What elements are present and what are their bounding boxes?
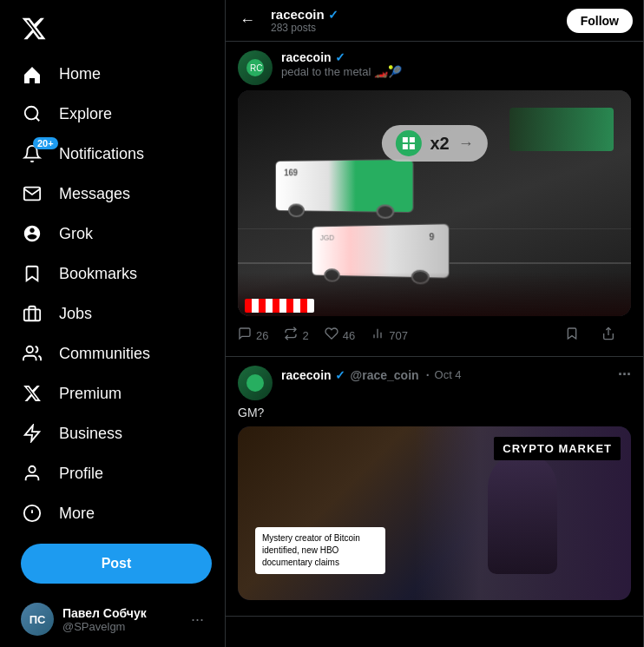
nav-label-messages: Messages — [59, 185, 130, 203]
tweet-2-image: CRYPTO MARKET Mystery creator of Bitcoin… — [238, 426, 631, 600]
multiplier-value: x2 — [430, 134, 449, 154]
x-logo-icon — [21, 16, 47, 42]
top-bar-info: racecoin ✓ 283 posts — [271, 7, 555, 34]
grok-icon — [21, 222, 43, 245]
nav-label-communities: Communities — [59, 345, 150, 363]
retweet-count-1: 2 — [302, 329, 308, 342]
nav-item-notifications[interactable]: 20+ Notifications — [10, 134, 214, 174]
nav-item-messages[interactable]: Messages — [10, 174, 214, 214]
tweet-1-header: RC racecoin ✓ pedal to the metal 🏎️🎾 — [238, 50, 631, 85]
retweet-button-1[interactable]: 2 — [284, 323, 317, 347]
main-content: ← racecoin ✓ 283 posts Follow RC racecoi… — [226, 0, 644, 647]
nav-item-jobs[interactable]: Jobs — [10, 294, 214, 333]
grid-icon — [401, 136, 415, 150]
tweet-1-image: x2 → 169 9 JGD — [238, 90, 631, 316]
bookmark-button-1[interactable] — [565, 323, 588, 347]
back-button[interactable]: ← — [236, 8, 259, 33]
tweet-1-name-row: racecoin ✓ — [281, 50, 631, 64]
nav-item-premium[interactable]: Premium — [10, 373, 214, 413]
nav-label-home: Home — [59, 65, 101, 83]
wheel-tr — [377, 204, 395, 219]
notifications-badge: 20+ — [33, 137, 58, 149]
views-count-1: 707 — [389, 329, 408, 342]
background-car — [509, 108, 614, 151]
like-icon-1 — [325, 327, 338, 344]
tweet-2-date: Oct 4 — [435, 368, 462, 381]
nav-label-grok: Grok — [59, 225, 93, 243]
tweet-1-avatar[interactable]: RC — [238, 50, 273, 85]
nav-item-explore[interactable]: Explore — [10, 94, 214, 134]
post-button[interactable]: Post — [21, 544, 212, 584]
barrier-area — [238, 273, 631, 316]
views-icon-1 — [371, 327, 384, 344]
nav-item-profile[interactable]: Profile — [10, 453, 214, 493]
reply-count-1: 26 — [256, 329, 268, 342]
tweet-2-handle: @race_coin — [351, 368, 419, 382]
nav-item-home[interactable]: Home — [10, 54, 214, 94]
car-number-bottom: 9 — [429, 232, 434, 242]
nav-label-business: Business — [59, 425, 122, 443]
svg-marker-3 — [25, 426, 40, 441]
share-button-1[interactable] — [601, 323, 624, 347]
x-logo[interactable] — [10, 7, 214, 50]
share-icon-1 — [601, 327, 615, 344]
top-bar: ← racecoin ✓ 283 posts Follow — [226, 0, 643, 42]
views-button-1[interactable]: 707 — [371, 323, 417, 347]
user-info: Павел Собчук @SPavelgm — [62, 606, 182, 633]
avatar-initials: ПС — [30, 613, 46, 626]
tweet-2-dot: · — [426, 368, 430, 382]
bitcoin-news-card: Mystery creator of Bitcoin identified, n… — [255, 527, 385, 574]
nav-label-premium: Premium — [59, 385, 122, 403]
reply-button-1[interactable]: 26 — [238, 323, 277, 347]
multiplier-arrow: → — [458, 135, 474, 153]
like-button-1[interactable]: 46 — [325, 323, 364, 347]
svg-point-2 — [27, 347, 33, 353]
nav-item-communities[interactable]: Communities — [10, 333, 214, 373]
more-icon — [21, 502, 43, 525]
user-more-button[interactable]: ··· — [191, 611, 204, 629]
nav-item-bookmarks[interactable]: Bookmarks — [10, 254, 214, 294]
car-brand-bottom: JGD — [320, 234, 334, 242]
nav-label-more: More — [59, 505, 95, 523]
svg-rect-1 — [24, 309, 40, 320]
svg-point-0 — [25, 107, 38, 120]
top-bar-post-count: 283 posts — [271, 22, 555, 34]
person-silhouette — [488, 452, 557, 574]
home-icon — [21, 63, 43, 85]
nav-item-grok[interactable]: Grok — [10, 214, 214, 254]
follow-button[interactable]: Follow — [567, 9, 633, 33]
car-number-top: 169 — [284, 168, 298, 177]
messages-icon — [21, 182, 43, 205]
user-display-name: Павел Собчук — [62, 606, 182, 620]
tweet-2-meta: racecoin ✓ @race_coin · Oct 4 ··· — [281, 366, 631, 384]
tweet-1: RC racecoin ✓ pedal to the metal 🏎️🎾 — [226, 42, 643, 357]
tweet-1-preview-text: pedal to the metal — [281, 65, 371, 78]
nav-label-notifications: Notifications — [59, 145, 144, 163]
tweet-2-avatar[interactable] — [238, 366, 273, 400]
svg-point-4 — [29, 466, 35, 472]
svg-rect-12 — [402, 144, 407, 149]
tweet-2: racecoin ✓ @race_coin · Oct 4 ··· GM? CR… — [226, 357, 643, 617]
nav-label-explore: Explore — [59, 105, 112, 123]
nav-label-jobs: Jobs — [59, 305, 92, 323]
communities-icon — [21, 342, 43, 365]
crypto-market-visual: CRYPTO MARKET Mystery creator of Bitcoin… — [238, 426, 631, 600]
racecoin-logo-icon: RC — [245, 57, 266, 78]
top-bar-account-name: racecoin ✓ — [271, 7, 555, 22]
emoji-1: 🏎️🎾 — [374, 65, 402, 78]
bookmarks-icon — [21, 262, 43, 285]
multiplier-icon — [395, 130, 421, 156]
svg-rect-13 — [409, 144, 414, 149]
svg-rect-11 — [409, 137, 414, 142]
nav-item-more[interactable]: More — [10, 493, 214, 533]
tweet-1-meta: racecoin ✓ pedal to the metal 🏎️🎾 — [281, 50, 631, 78]
tweet-1-text-preview: pedal to the metal 🏎️🎾 — [281, 65, 631, 78]
user-profile-row[interactable]: ПС Павел Собчук @SPavelgm ··· — [10, 594, 214, 644]
jobs-icon — [21, 302, 43, 325]
retweet-icon-1 — [284, 327, 298, 344]
tweet-2-more-button[interactable]: ··· — [618, 366, 631, 384]
tweet-2-text: GM? — [238, 406, 631, 419]
nav-item-business[interactable]: Business — [10, 413, 214, 453]
business-icon — [21, 422, 43, 445]
nav-label-bookmarks: Bookmarks — [59, 265, 137, 283]
